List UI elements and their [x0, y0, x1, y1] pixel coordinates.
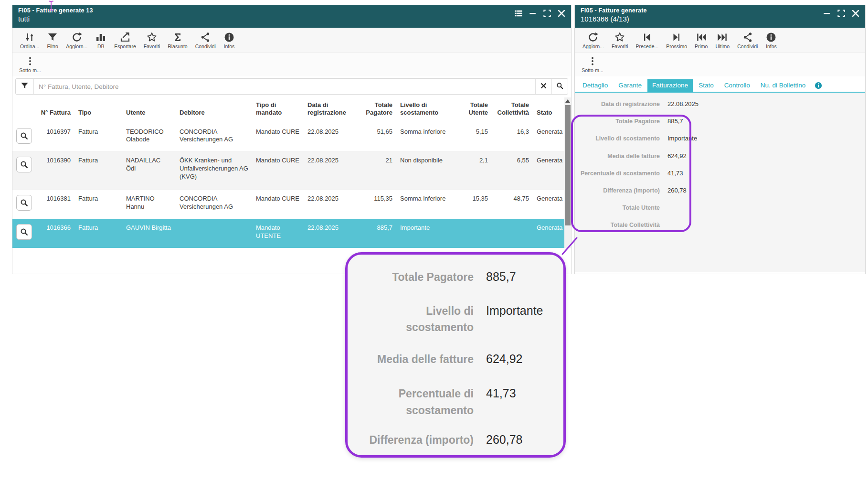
filter-icon: [20, 81, 29, 92]
tool-prossimo[interactable]: Prossimo: [662, 32, 691, 49]
tool-filtro[interactable]: Filtro: [43, 32, 62, 49]
cell-utente: MARTINO Hannu: [122, 190, 176, 219]
field-percentuale-di-scostamento: Percentuale di scostamento41,73: [575, 165, 865, 182]
left-titles: FI05 - Fatture generate 13 tutti: [18, 7, 93, 23]
field-value: 260,78: [667, 186, 687, 195]
tool-label: Infos: [766, 43, 777, 49]
cell-tot_utente: 5,15: [452, 123, 492, 152]
tool-precede[interactable]: Precede...: [632, 32, 662, 49]
tab-stato[interactable]: Stato: [694, 79, 719, 92]
tool-favoriti[interactable]: Favoriti: [608, 32, 632, 49]
tool-riasunto[interactable]: Riasunto: [164, 32, 191, 49]
minimize-icon[interactable]: [528, 9, 538, 18]
field-livello-di-scostamento: Livello di scostamentoImportante: [575, 130, 865, 147]
cell-data: 22.08.2025: [304, 123, 357, 152]
cell-tot_utente: 15,35: [452, 190, 492, 219]
field-label: Totale Collettività: [580, 221, 660, 229]
callout-field-label: Percentuale di scostamento: [359, 385, 474, 418]
column-header-n-fattura[interactable]: N° Fattura: [34, 97, 74, 123]
tool-infos[interactable]: Infos: [762, 32, 781, 49]
column-header-totale-pagatore[interactable]: Totale Pagatore: [357, 97, 396, 123]
tool-label: Favoriti: [612, 43, 628, 49]
table-row[interactable]: 1016366FatturaGAUVIN BirgittaMandato UTE…: [12, 219, 564, 248]
detail-fields: Data di registrazione22.08.2025Totale Pa…: [575, 93, 865, 272]
maximize-icon[interactable]: [836, 9, 846, 18]
row-detail-button[interactable]: [16, 157, 32, 172]
refresh-icon: [587, 32, 599, 43]
tool-ordina[interactable]: Ordina...: [16, 32, 43, 49]
left-window-controls: [514, 9, 566, 18]
column-header-totale-collettivit[interactable]: Totale Collettività: [492, 97, 533, 123]
cell-tot_pagatore: 115,35: [357, 190, 396, 219]
cell-mandato: Mandato CURE: [252, 123, 304, 152]
tab-garante[interactable]: Garante: [614, 79, 646, 92]
submenu-button[interactable]: Sotto-m...: [579, 55, 606, 73]
right-titles: FI05 - Fatture generate 1016366 (4/13): [581, 7, 647, 23]
right-titlebar: FI05 - Fatture generate 1016366 (4/13): [575, 5, 865, 28]
row-zoom-cell: [12, 152, 34, 190]
column-header-livello-di-scostamento[interactable]: Livello di scostamento: [396, 97, 452, 123]
last-icon: [717, 32, 728, 43]
close-icon[interactable]: [557, 9, 566, 18]
tool-primo[interactable]: Primo: [691, 32, 711, 49]
column-header-tipo[interactable]: Tipo: [74, 97, 122, 123]
tab-dettaglio[interactable]: Dettaglio: [578, 79, 613, 92]
row-zoom-cell: [12, 219, 34, 248]
search-filter-button[interactable]: [16, 79, 34, 94]
dots-vertical-icon: [587, 55, 598, 67]
search-input[interactable]: [34, 79, 535, 94]
left-titlebar: FI05 - Fatture generate 13 tutti: [12, 5, 571, 28]
row-detail-button[interactable]: [16, 195, 32, 211]
sigma-icon: [172, 32, 183, 43]
tab-fatturazione[interactable]: Fatturazione: [647, 79, 693, 92]
tool-esportare[interactable]: Esportare: [110, 32, 140, 49]
tool-aggiorn[interactable]: Aggiorn...: [579, 32, 608, 49]
field-data-di-registrazione: Data di registrazione22.08.2025: [575, 96, 865, 113]
tool-aggiorn[interactable]: Aggiorn...: [62, 32, 91, 49]
maximize-icon[interactable]: [542, 9, 552, 18]
submenu-button[interactable]: Sotto-m...: [16, 55, 44, 73]
tool-db[interactable]: DB: [91, 32, 110, 49]
minimize-icon[interactable]: [822, 9, 832, 18]
info-icon[interactable]: [814, 81, 823, 90]
tab-nu-di-bollettino[interactable]: Nu. di Bollettino: [756, 79, 811, 92]
column-header-debitore[interactable]: Debitore: [176, 97, 252, 123]
row-detail-button[interactable]: [16, 128, 32, 144]
export-icon: [119, 32, 131, 43]
tool-ultimo[interactable]: Ultimo: [711, 32, 733, 49]
cell-livello: Somma inferiore: [396, 123, 452, 152]
column-header-utente[interactable]: Utente: [122, 97, 176, 123]
tool-label: Filtro: [47, 43, 58, 49]
tool-condividi[interactable]: Condividi: [191, 32, 220, 49]
cell-data: 22.08.2025: [304, 152, 357, 190]
table-row[interactable]: 1016390FatturaNADAILLAC ÖdiÖKK Kranken- …: [12, 152, 564, 190]
column-header-data-di-registrazione[interactable]: Data di registrazione: [304, 97, 357, 123]
callout-field-value: Importante: [486, 303, 543, 319]
right-submenu-row: Sotto-m...: [575, 53, 865, 76]
column-header-stato[interactable]: Stato: [533, 97, 564, 123]
tool-condividi[interactable]: Condividi: [733, 32, 762, 49]
close-icon[interactable]: [851, 9, 860, 18]
search-bar: [15, 78, 568, 95]
cell-livello: Somma inferiore: [396, 190, 452, 219]
table-scrollbar[interactable]: [564, 97, 571, 248]
invoice-table-wrap: N° FatturaTipoUtenteDebitoreTipo di mand…: [12, 97, 571, 248]
table-row[interactable]: 1016381FatturaMARTINO HannuCONCORDIA Ver…: [12, 190, 564, 219]
list-view-icon[interactable]: [514, 9, 523, 18]
field-totale-utente: Totale Utente: [575, 199, 865, 216]
column-header-tipo-di-mandato[interactable]: Tipo di mandato: [252, 97, 304, 123]
search-submit-button[interactable]: [551, 79, 568, 94]
search-clear-button[interactable]: [535, 79, 551, 94]
cell-tipo: Fattura: [74, 190, 122, 219]
tool-infos[interactable]: Infos: [220, 32, 239, 49]
tool-favoriti[interactable]: Favoriti: [140, 32, 164, 49]
field-label: Percentuale di scostamento: [580, 169, 660, 178]
scroll-up-arrow[interactable]: [564, 97, 571, 105]
tab-controllo[interactable]: Controllo: [720, 79, 755, 92]
scrollbar-thumb[interactable]: [565, 105, 571, 225]
table-row[interactable]: 1016397FatturaTEODORICO OlabodeCONCORDIA…: [12, 123, 564, 152]
row-detail-button[interactable]: [16, 224, 32, 240]
column-header-totale-utente[interactable]: Totale Utente: [452, 97, 492, 123]
filter-icon: [47, 32, 58, 43]
field-value: 624,92: [667, 152, 687, 160]
